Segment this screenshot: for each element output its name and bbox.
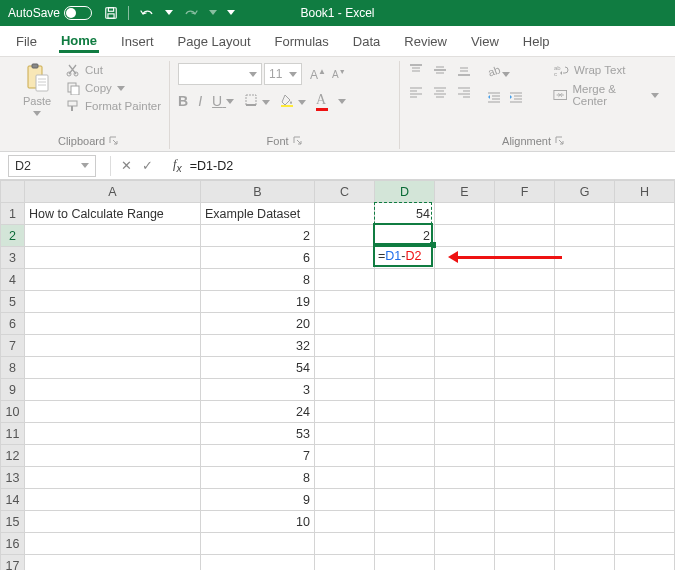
cell-B10[interactable]: 24 xyxy=(201,401,315,423)
cell-B15[interactable]: 10 xyxy=(201,511,315,533)
cell-B14[interactable]: 9 xyxy=(201,489,315,511)
align-center-button[interactable] xyxy=(432,85,450,103)
cell-D11[interactable] xyxy=(375,423,435,445)
cell-E13[interactable] xyxy=(435,467,495,489)
cell-A4[interactable] xyxy=(25,269,201,291)
paste-dropdown-icon[interactable] xyxy=(33,111,41,120)
cell-G17[interactable] xyxy=(555,555,615,571)
cell-G15[interactable] xyxy=(555,511,615,533)
cell-H12[interactable] xyxy=(615,445,675,467)
font-name-select[interactable] xyxy=(178,63,262,85)
formula-bar-input[interactable]: =D1-D2 xyxy=(190,159,233,173)
tab-view[interactable]: View xyxy=(469,30,501,53)
name-box[interactable]: D2 xyxy=(8,155,96,177)
cell-B8[interactable]: 54 xyxy=(201,357,315,379)
qat-customize-icon[interactable] xyxy=(227,6,235,20)
row-header-13[interactable]: 13 xyxy=(1,467,25,489)
cell-E7[interactable] xyxy=(435,335,495,357)
cell-A13[interactable] xyxy=(25,467,201,489)
cell-G11[interactable] xyxy=(555,423,615,445)
row-header-12[interactable]: 12 xyxy=(1,445,25,467)
cell-C12[interactable] xyxy=(315,445,375,467)
cell-F4[interactable] xyxy=(495,269,555,291)
cut-button[interactable]: Cut xyxy=(66,63,161,77)
cell-F9[interactable] xyxy=(495,379,555,401)
cell-E4[interactable] xyxy=(435,269,495,291)
cell-E5[interactable] xyxy=(435,291,495,313)
paste-button[interactable]: Paste xyxy=(16,63,58,118)
cell-C7[interactable] xyxy=(315,335,375,357)
cell-F2[interactable] xyxy=(495,225,555,247)
column-header-C[interactable]: C xyxy=(315,181,375,203)
column-header-E[interactable]: E xyxy=(435,181,495,203)
cell-G8[interactable] xyxy=(555,357,615,379)
row-header-7[interactable]: 7 xyxy=(1,335,25,357)
cell-F12[interactable] xyxy=(495,445,555,467)
select-all-corner[interactable] xyxy=(1,181,25,203)
fx-icon[interactable]: fx xyxy=(173,157,182,174)
row-header-16[interactable]: 16 xyxy=(1,533,25,555)
column-header-F[interactable]: F xyxy=(495,181,555,203)
cell-A7[interactable] xyxy=(25,335,201,357)
cell-A1[interactable]: How to Calculate Range xyxy=(25,203,201,225)
cell-C15[interactable] xyxy=(315,511,375,533)
cell-G12[interactable] xyxy=(555,445,615,467)
cell-H9[interactable] xyxy=(615,379,675,401)
cell-F10[interactable] xyxy=(495,401,555,423)
cell-E16[interactable] xyxy=(435,533,495,555)
cell-B7[interactable]: 32 xyxy=(201,335,315,357)
column-header-H[interactable]: H xyxy=(615,181,675,203)
spreadsheet-grid[interactable]: ABCDEFGH1How to Calculate RangeExample D… xyxy=(0,180,675,570)
cell-B13[interactable]: 8 xyxy=(201,467,315,489)
row-header-10[interactable]: 10 xyxy=(1,401,25,423)
cell-E6[interactable] xyxy=(435,313,495,335)
cell-E8[interactable] xyxy=(435,357,495,379)
row-header-3[interactable]: 3 xyxy=(1,247,25,269)
cell-E14[interactable] xyxy=(435,489,495,511)
cell-H17[interactable] xyxy=(615,555,675,571)
cell-C14[interactable] xyxy=(315,489,375,511)
cell-F11[interactable] xyxy=(495,423,555,445)
align-middle-button[interactable] xyxy=(432,63,450,81)
tab-data[interactable]: Data xyxy=(351,30,382,53)
cell-C1[interactable] xyxy=(315,203,375,225)
cell-A17[interactable] xyxy=(25,555,201,571)
cell-C13[interactable] xyxy=(315,467,375,489)
cell-B3[interactable]: 6 xyxy=(201,247,315,269)
font-size-select[interactable]: 11 xyxy=(264,63,302,85)
border-button[interactable] xyxy=(244,93,270,110)
copy-dropdown-icon[interactable] xyxy=(117,86,125,95)
cell-A14[interactable] xyxy=(25,489,201,511)
row-header-11[interactable]: 11 xyxy=(1,423,25,445)
cell-B9[interactable]: 3 xyxy=(201,379,315,401)
cell-H2[interactable] xyxy=(615,225,675,247)
cell-D8[interactable] xyxy=(375,357,435,379)
cell-D14[interactable] xyxy=(375,489,435,511)
cell-G6[interactable] xyxy=(555,313,615,335)
cell-D12[interactable] xyxy=(375,445,435,467)
cell-D16[interactable] xyxy=(375,533,435,555)
cell-H5[interactable] xyxy=(615,291,675,313)
cell-F5[interactable] xyxy=(495,291,555,313)
cell-C10[interactable] xyxy=(315,401,375,423)
bold-button[interactable]: B xyxy=(178,93,188,109)
italic-button[interactable]: I xyxy=(198,93,202,109)
cell-D4[interactable] xyxy=(375,269,435,291)
cell-A6[interactable] xyxy=(25,313,201,335)
fill-color-button[interactable] xyxy=(280,93,306,110)
cell-E9[interactable] xyxy=(435,379,495,401)
increase-indent-button[interactable] xyxy=(508,90,524,107)
cell-H4[interactable] xyxy=(615,269,675,291)
cell-B5[interactable]: 19 xyxy=(201,291,315,313)
cell-D10[interactable] xyxy=(375,401,435,423)
cell-B2[interactable]: 2 xyxy=(201,225,315,247)
cell-D6[interactable] xyxy=(375,313,435,335)
cell-G3[interactable] xyxy=(555,247,615,269)
cell-H6[interactable] xyxy=(615,313,675,335)
cell-F7[interactable] xyxy=(495,335,555,357)
column-header-A[interactable]: A xyxy=(25,181,201,203)
cell-A9[interactable] xyxy=(25,379,201,401)
cell-D7[interactable] xyxy=(375,335,435,357)
cell-B11[interactable]: 53 xyxy=(201,423,315,445)
font-color-button[interactable]: A xyxy=(316,91,328,111)
